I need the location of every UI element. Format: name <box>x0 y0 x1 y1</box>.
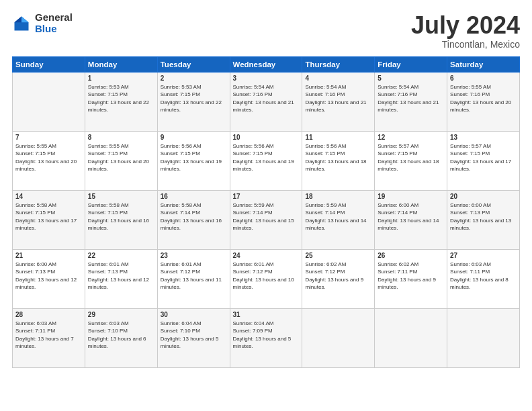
calendar-cell: 22Sunrise: 6:01 AMSunset: 7:13 PMDayligh… <box>85 249 157 308</box>
day-info: Sunrise: 5:57 AMSunset: 7:15 PMDaylight:… <box>450 142 517 173</box>
calendar-cell <box>375 308 447 367</box>
day-info: Sunrise: 6:03 AMSunset: 7:11 PMDaylight:… <box>15 320 82 351</box>
calendar-week-row: 7Sunrise: 5:55 AMSunset: 7:15 PMDaylight… <box>13 131 520 190</box>
calendar-cell: 13Sunrise: 5:57 AMSunset: 7:15 PMDayligh… <box>447 131 520 190</box>
logo-blue: Blue <box>35 24 73 35</box>
day-number: 10 <box>233 134 300 141</box>
calendar-cell: 15Sunrise: 5:58 AMSunset: 7:15 PMDayligh… <box>85 190 157 249</box>
calendar-cell: 30Sunrise: 6:04 AMSunset: 7:10 PMDayligh… <box>157 308 230 367</box>
svg-marker-1 <box>21 16 29 22</box>
day-number: 15 <box>88 193 154 200</box>
svg-marker-2 <box>15 16 22 22</box>
day-info: Sunrise: 5:59 AMSunset: 7:14 PMDaylight:… <box>233 201 300 232</box>
day-number: 18 <box>305 193 371 200</box>
day-number: 3 <box>233 75 300 82</box>
day-number: 11 <box>305 134 371 141</box>
day-info: Sunrise: 6:01 AMSunset: 7:12 PMDaylight:… <box>233 261 300 291</box>
day-number: 22 <box>88 252 154 259</box>
day-info: Sunrise: 6:03 AMSunset: 7:10 PMDaylight:… <box>88 320 154 351</box>
calendar-week-row: 21Sunrise: 6:00 AMSunset: 7:13 PMDayligh… <box>13 249 520 308</box>
calendar-cell: 10Sunrise: 5:56 AMSunset: 7:15 PMDayligh… <box>230 131 302 190</box>
day-info: Sunrise: 5:57 AMSunset: 7:15 PMDaylight:… <box>378 142 444 173</box>
weekday-header: Tuesday <box>157 56 230 72</box>
day-number: 16 <box>161 193 227 200</box>
calendar-cell: 29Sunrise: 6:03 AMSunset: 7:10 PMDayligh… <box>85 308 157 367</box>
day-info: Sunrise: 5:55 AMSunset: 7:16 PMDaylight:… <box>450 83 517 114</box>
day-number: 29 <box>88 311 154 318</box>
day-number: 6 <box>450 75 517 82</box>
day-info: Sunrise: 6:02 AMSunset: 7:12 PMDaylight:… <box>305 261 371 291</box>
calendar-cell: 1Sunrise: 5:53 AMSunset: 7:15 PMDaylight… <box>85 72 157 131</box>
calendar-title: July 2024 <box>411 12 520 39</box>
weekday-header: Wednesday <box>230 56 302 72</box>
calendar-header: SundayMondayTuesdayWednesdayThursdayFrid… <box>13 56 520 72</box>
day-info: Sunrise: 5:55 AMSunset: 7:15 PMDaylight:… <box>15 142 82 173</box>
day-info: Sunrise: 6:00 AMSunset: 7:13 PMDaylight:… <box>15 261 82 291</box>
header: General Blue July 2024 Tincontlan, Mexic… <box>12 12 520 50</box>
weekday-header: Monday <box>85 56 157 72</box>
calendar-cell: 28Sunrise: 6:03 AMSunset: 7:11 PMDayligh… <box>13 308 85 367</box>
calendar-subtitle: Tincontlan, Mexico <box>411 39 520 50</box>
calendar-cell: 9Sunrise: 5:56 AMSunset: 7:15 PMDaylight… <box>157 131 230 190</box>
title-block: July 2024 Tincontlan, Mexico <box>411 12 520 50</box>
logo-general: General <box>35 12 73 24</box>
weekday-row: SundayMondayTuesdayWednesdayThursdayFrid… <box>13 56 520 72</box>
day-number: 23 <box>161 252 227 259</box>
day-info: Sunrise: 5:58 AMSunset: 7:15 PMDaylight:… <box>15 201 82 232</box>
day-info: Sunrise: 5:53 AMSunset: 7:15 PMDaylight:… <box>161 83 227 114</box>
day-number: 7 <box>15 134 82 141</box>
day-number: 1 <box>88 75 154 82</box>
calendar-cell: 7Sunrise: 5:55 AMSunset: 7:15 PMDaylight… <box>13 131 85 190</box>
calendar-cell: 12Sunrise: 5:57 AMSunset: 7:15 PMDayligh… <box>375 131 447 190</box>
calendar-body: 1Sunrise: 5:53 AMSunset: 7:15 PMDaylight… <box>13 72 520 367</box>
day-info: Sunrise: 5:56 AMSunset: 7:15 PMDaylight:… <box>233 142 300 173</box>
weekday-header: Friday <box>375 56 447 72</box>
weekday-header: Sunday <box>13 56 85 72</box>
calendar-cell: 8Sunrise: 5:55 AMSunset: 7:15 PMDaylight… <box>85 131 157 190</box>
day-info: Sunrise: 5:58 AMSunset: 7:14 PMDaylight:… <box>161 201 227 232</box>
calendar-cell <box>447 308 520 367</box>
day-info: Sunrise: 5:56 AMSunset: 7:15 PMDaylight:… <box>305 142 371 173</box>
day-number: 14 <box>15 193 82 200</box>
calendar-cell: 17Sunrise: 5:59 AMSunset: 7:14 PMDayligh… <box>230 190 302 249</box>
calendar-cell: 21Sunrise: 6:00 AMSunset: 7:13 PMDayligh… <box>13 249 85 308</box>
calendar-cell: 31Sunrise: 6:04 AMSunset: 7:09 PMDayligh… <box>230 308 302 367</box>
day-number: 17 <box>233 193 300 200</box>
calendar-cell <box>13 72 85 131</box>
calendar-week-row: 14Sunrise: 5:58 AMSunset: 7:15 PMDayligh… <box>13 190 520 249</box>
day-number: 12 <box>378 134 444 141</box>
calendar-cell <box>302 308 375 367</box>
calendar-cell: 23Sunrise: 6:01 AMSunset: 7:12 PMDayligh… <box>157 249 230 308</box>
day-info: Sunrise: 5:53 AMSunset: 7:15 PMDaylight:… <box>88 83 154 114</box>
day-info: Sunrise: 5:59 AMSunset: 7:14 PMDaylight:… <box>305 201 371 232</box>
calendar-cell: 3Sunrise: 5:54 AMSunset: 7:16 PMDaylight… <box>230 72 302 131</box>
calendar-cell: 19Sunrise: 6:00 AMSunset: 7:14 PMDayligh… <box>375 190 447 249</box>
calendar-cell: 26Sunrise: 6:02 AMSunset: 7:11 PMDayligh… <box>375 249 447 308</box>
logo-text: General Blue <box>35 12 73 34</box>
calendar-page: General Blue July 2024 Tincontlan, Mexic… <box>0 0 532 411</box>
calendar-cell: 24Sunrise: 6:01 AMSunset: 7:12 PMDayligh… <box>230 249 302 308</box>
calendar-cell: 18Sunrise: 5:59 AMSunset: 7:14 PMDayligh… <box>302 190 375 249</box>
calendar-week-row: 1Sunrise: 5:53 AMSunset: 7:15 PMDaylight… <box>13 72 520 131</box>
day-number: 19 <box>378 193 444 200</box>
weekday-header: Thursday <box>302 56 375 72</box>
calendar-cell: 20Sunrise: 6:00 AMSunset: 7:13 PMDayligh… <box>447 190 520 249</box>
day-number: 26 <box>378 252 444 259</box>
day-number: 9 <box>161 134 227 141</box>
calendar-cell: 11Sunrise: 5:56 AMSunset: 7:15 PMDayligh… <box>302 131 375 190</box>
logo-icon <box>12 14 31 33</box>
day-number: 25 <box>305 252 371 259</box>
day-info: Sunrise: 6:01 AMSunset: 7:13 PMDaylight:… <box>88 261 154 291</box>
calendar-cell: 14Sunrise: 5:58 AMSunset: 7:15 PMDayligh… <box>13 190 85 249</box>
day-info: Sunrise: 6:00 AMSunset: 7:13 PMDaylight:… <box>450 201 517 232</box>
day-info: Sunrise: 5:54 AMSunset: 7:16 PMDaylight:… <box>305 83 371 114</box>
day-number: 8 <box>88 134 154 141</box>
day-number: 27 <box>450 252 517 259</box>
calendar-table: SundayMondayTuesdayWednesdayThursdayFrid… <box>12 56 520 368</box>
calendar-cell: 4Sunrise: 5:54 AMSunset: 7:16 PMDaylight… <box>302 72 375 131</box>
day-number: 13 <box>450 134 517 141</box>
calendar-cell: 2Sunrise: 5:53 AMSunset: 7:15 PMDaylight… <box>157 72 230 131</box>
weekday-header: Saturday <box>447 56 520 72</box>
calendar-week-row: 28Sunrise: 6:03 AMSunset: 7:11 PMDayligh… <box>13 308 520 367</box>
day-number: 24 <box>233 252 300 259</box>
